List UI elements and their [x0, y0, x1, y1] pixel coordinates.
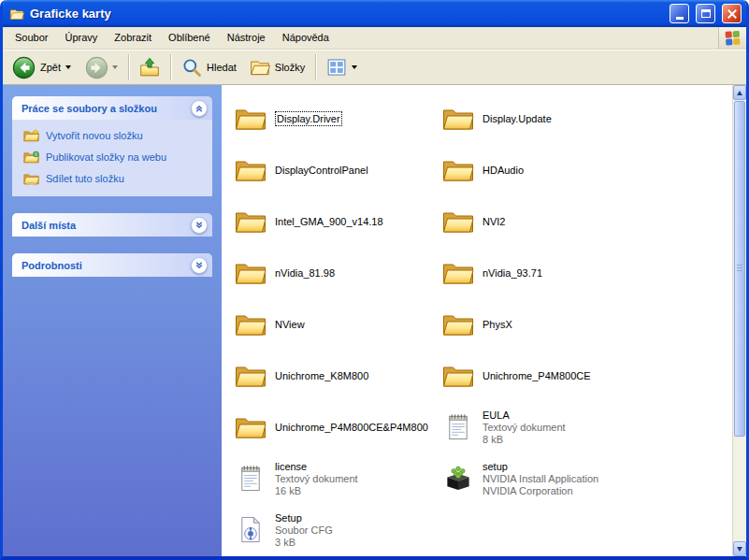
text-document-icon: [446, 412, 470, 441]
folders-button[interactable]: Složky: [244, 54, 310, 80]
file-name: PhysX: [483, 318, 512, 331]
file-tile[interactable]: DisplayControlPanel: [231, 155, 439, 184]
panel-other-places: Další místa: [12, 213, 212, 237]
chevron-up-icon[interactable]: [191, 100, 208, 117]
file-tile[interactable]: nVidia_81.98: [231, 258, 439, 287]
file-tile[interactable]: Setup Soubor CFG 3 kB: [231, 511, 439, 549]
file-tile[interactable]: EULA Textový dokument 8 kB: [439, 409, 654, 446]
panel-title: Podrobnosti: [22, 260, 82, 271]
folder-icon: [235, 309, 266, 338]
task-label: Publikovat složky na webu: [46, 151, 166, 163]
file-size: 8 kB: [483, 434, 566, 446]
file-tile[interactable]: Unichrome_K8M800: [231, 361, 439, 390]
scrollbar-track[interactable]: [733, 100, 746, 541]
menu-bar: Soubor Úpravy Zobrazit Oblíbené Nástroje…: [3, 27, 746, 50]
folder-icon: [235, 412, 266, 441]
task-share-folder[interactable]: Sdílet tuto složku: [23, 172, 207, 185]
window-title: Graficke karty: [30, 7, 663, 21]
file-name: Unichrome_K8M800: [275, 369, 368, 382]
explorer-window: Graficke karty Soubor Úpravy Zobrazit Ob…: [0, 0, 749, 560]
folder-icon: [235, 104, 266, 133]
file-tile[interactable]: Display.Update: [439, 104, 654, 133]
file-tile[interactable]: NVI2: [439, 207, 654, 236]
task-label: Vytvořit novou složku: [46, 130, 143, 141]
task-label: Sdílet tuto složku: [46, 173, 124, 184]
file-name: Setup: [275, 511, 302, 524]
arrow-down-icon: [737, 547, 742, 552]
scroll-up-button[interactable]: [733, 85, 746, 100]
file-name: license: [275, 460, 307, 473]
task-create-folder[interactable]: Vytvořit novou složku: [23, 129, 207, 142]
file-tile[interactable]: Unichrome_P4M800CE&P4M800: [231, 412, 439, 441]
file-company: NVIDIA Corporation: [483, 485, 598, 497]
search-button[interactable]: Hledat: [176, 54, 242, 80]
file-name: DisplayControlPanel: [275, 164, 368, 177]
close-icon: [727, 8, 738, 20]
menu-napoveda[interactable]: Nápověda: [274, 27, 338, 49]
publish-web-icon: [23, 151, 39, 164]
file-list-area: Display.Driver Display.Update DisplayCon…: [222, 85, 732, 556]
up-button[interactable]: [134, 54, 166, 80]
panel-file-tasks-body: Vytvořit novou složku Publikovat složky …: [12, 120, 212, 196]
folder-icon: [442, 258, 474, 287]
toolbar-separator: [315, 54, 316, 80]
title-bar: Graficke karty: [3, 0, 746, 27]
windows-logo: [718, 27, 746, 49]
search-label: Hledat: [207, 62, 237, 73]
file-tile[interactable]: NView: [231, 309, 439, 338]
task-publish-web[interactable]: Publikovat složky na webu: [23, 151, 207, 164]
minimize-icon: [676, 17, 684, 20]
file-tile[interactable]: license Textový dokument 16 kB: [231, 460, 439, 497]
folder-icon: [235, 258, 266, 287]
folder-icon: [235, 155, 266, 184]
file-name: nVidia_81.98: [275, 266, 335, 280]
file-tile[interactable]: Intel_GMA_900_v14.18: [231, 207, 439, 236]
file-tile[interactable]: nVidia_93.71: [439, 258, 654, 287]
file-tile[interactable]: HDAudio: [439, 155, 654, 184]
minimize-button[interactable]: [670, 4, 689, 23]
window-folder-icon: [8, 7, 25, 22]
maximize-button[interactable]: [696, 4, 715, 23]
menu-soubor[interactable]: Soubor: [7, 27, 56, 49]
panel-other-places-header[interactable]: Další místa: [12, 213, 212, 237]
forward-button[interactable]: [79, 53, 123, 82]
menu-oblibene[interactable]: Oblíbené: [160, 27, 219, 49]
chevron-down-icon[interactable]: [191, 257, 208, 274]
new-folder-icon: [23, 129, 39, 142]
file-tile[interactable]: Unichrome_P4M800CE: [439, 361, 654, 390]
toolbar: Zpět Hledat Složky: [3, 50, 746, 85]
menu-upravy[interactable]: Úpravy: [56, 27, 106, 49]
chevron-down-icon[interactable]: [191, 217, 208, 234]
file-tile[interactable]: PhysX: [439, 309, 654, 338]
close-button[interactable]: [722, 4, 742, 23]
share-folder-icon: [23, 172, 39, 185]
nvidia-setup-icon: [442, 464, 474, 493]
back-icon: [12, 56, 36, 79]
folder-icon: [235, 361, 266, 390]
menu-nastroje[interactable]: Nástroje: [219, 27, 274, 49]
panel-title: Práce se soubory a složkou: [22, 103, 157, 114]
file-size: 16 kB: [275, 485, 358, 497]
toolbar-separator: [128, 54, 129, 80]
scroll-down-button[interactable]: [733, 541, 746, 556]
panel-details-header[interactable]: Podrobnosti: [12, 253, 212, 277]
arrow-up-icon: [737, 91, 742, 95]
panel-details: Podrobnosti: [12, 253, 212, 277]
folder-icon: [442, 207, 474, 236]
chevron-down-icon: [112, 65, 118, 69]
views-icon: [326, 57, 347, 78]
views-button[interactable]: [321, 54, 363, 80]
menu-zobrazit[interactable]: Zobrazit: [106, 27, 160, 49]
file-tile[interactable]: Display.Driver: [231, 104, 439, 133]
panel-file-tasks-header[interactable]: Práce se soubory a složkou: [12, 96, 212, 120]
scrollbar-thumb[interactable]: [734, 101, 745, 437]
file-type: Textový dokument: [275, 473, 358, 485]
chevron-down-icon: [65, 65, 71, 69]
back-button[interactable]: Zpět: [7, 53, 77, 82]
file-type: Textový dokument: [483, 422, 566, 434]
vertical-scrollbar[interactable]: [732, 85, 746, 556]
file-name: NView: [275, 318, 305, 331]
back-label: Zpět: [40, 62, 61, 73]
file-tile[interactable]: setup NVIDIA Install Application NVIDIA …: [439, 460, 654, 497]
file-grid: Display.Driver Display.Update DisplayCon…: [231, 93, 732, 555]
